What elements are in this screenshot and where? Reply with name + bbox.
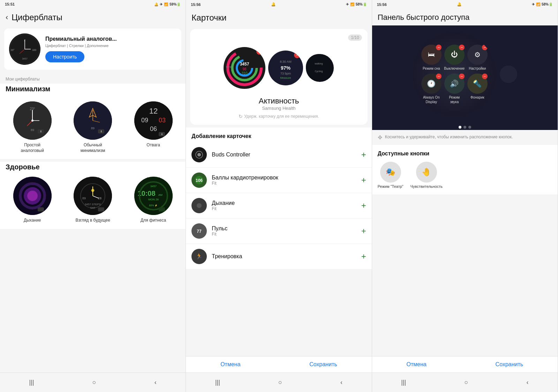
svg-text:🏃: 🏃 bbox=[196, 253, 203, 260]
avail-item-sensitivity[interactable]: 🤚 Чувствительность bbox=[410, 162, 443, 189]
watch-item-breathing[interactable]: Дыхание bbox=[4, 177, 60, 223]
status-bar-3: 15:56 🔔 ✈📶58%🔋 bbox=[372, 0, 558, 8]
featured-watch-info: Премиальный аналогов... Циферблат | Стре… bbox=[45, 36, 176, 62]
sensitivity-icon: 🤚 bbox=[416, 162, 437, 183]
svg-text:89: 89 bbox=[31, 128, 34, 132]
cancel-button-3[interactable]: Отмена bbox=[407, 361, 427, 368]
back-button[interactable]: ‹ bbox=[6, 13, 8, 22]
watch-item-future[interactable]: 89 28 ● 3457 STEPS SAT Взгляд в будущее bbox=[65, 177, 121, 223]
watch-name-breathing: Дыхание bbox=[24, 218, 41, 223]
svg-point-35 bbox=[27, 191, 38, 201]
status-icon-notification-3: 🔔 bbox=[457, 2, 462, 7]
customize-button[interactable]: Настроить bbox=[45, 51, 84, 62]
nav-home-1[interactable]: ○ bbox=[85, 376, 103, 389]
cardio-info: Баллы кардиотренировок Fit bbox=[212, 175, 361, 186]
pulse-add-button[interactable]: + bbox=[361, 226, 366, 236]
card-watch-2[interactable]: − 8:30 AM 97% 73 bpm Measure bbox=[268, 51, 303, 85]
svg-text:06: 06 bbox=[150, 125, 157, 132]
svg-rect-54 bbox=[159, 207, 165, 212]
nav-home-2[interactable]: ○ bbox=[271, 376, 289, 389]
flashlight-btn-circle: 🔦 − bbox=[467, 74, 488, 94]
list-item-buds[interactable]: Buds Controller + bbox=[186, 142, 371, 168]
nav-back-3[interactable]: ‹ bbox=[519, 376, 535, 389]
cards-row: − 3457 98 310 97% − bbox=[196, 44, 362, 92]
minimalism-title: Минимализм bbox=[0, 84, 186, 97]
nav-home-3[interactable]: ○ bbox=[457, 376, 475, 389]
svg-text:walking: walking bbox=[315, 62, 323, 65]
available-title: Доступные кнопки bbox=[378, 151, 552, 157]
sensitivity-label: Чувствительность bbox=[410, 184, 443, 189]
dot-3[interactable] bbox=[468, 126, 471, 129]
featured-name: Премиальный аналогов... bbox=[45, 36, 176, 42]
carousel-dots bbox=[372, 123, 558, 130]
cardio-sub: Fit bbox=[212, 181, 361, 186]
workout-name: Тренировка bbox=[212, 253, 361, 260]
save-button-3[interactable]: Сохранить bbox=[496, 361, 523, 368]
watch-name-future: Взгляд в будущее bbox=[75, 218, 110, 223]
watch-item-simple[interactable]: 23° 89 ⬇ Простойаналоговый bbox=[4, 101, 60, 153]
nav-menu-1[interactable]: ||| bbox=[22, 376, 41, 389]
nav-menu-3[interactable]: ||| bbox=[394, 376, 413, 389]
workout-add-button[interactable]: + bbox=[361, 252, 366, 261]
health-grid: Дыхание 89 28 ● 3457 STEPS bbox=[0, 175, 186, 229]
active-card-watch[interactable]: − 3457 98 310 97% bbox=[224, 47, 265, 89]
list-item-workout[interactable]: 🏃 Тренировка + bbox=[186, 244, 371, 269]
watch-name-fitness: Для фитнеса bbox=[141, 218, 166, 223]
cardio-add-button[interactable]: + bbox=[361, 175, 366, 185]
nav-back-1[interactable]: ‹ bbox=[148, 376, 164, 389]
sleep-remove[interactable]: − bbox=[436, 45, 442, 50]
panel2-actions: Отмена Сохранить bbox=[186, 356, 371, 372]
cards-section: 1/10 − 3457 98 310 97% bbox=[190, 29, 367, 125]
sound-remove[interactable]: − bbox=[459, 74, 465, 79]
minimalism-grid: 23° 89 ⬇ Простойаналоговый bbox=[0, 97, 186, 159]
svg-text:77: 77 bbox=[197, 229, 202, 234]
power-remove[interactable]: − bbox=[459, 45, 465, 50]
svg-point-76 bbox=[197, 203, 202, 208]
workout-icon: 🏃 bbox=[191, 249, 207, 264]
svg-text:⬇: ⬇ bbox=[39, 130, 42, 133]
qbtn-flashlight[interactable]: 🔦 − Фонарик bbox=[467, 74, 488, 104]
svg-text:310: 310 bbox=[242, 71, 248, 75]
watch-item-fitness[interactable]: 3457 10:08 AM MON 28 80% ⚡ Для фитнеса bbox=[125, 177, 181, 223]
cancel-button-2[interactable]: Отмена bbox=[220, 361, 240, 368]
theater-icon: 🎭 bbox=[380, 162, 401, 183]
nav-menu-2[interactable]: ||| bbox=[208, 376, 227, 389]
buds-info: Buds Controller bbox=[212, 152, 361, 158]
avail-item-theater[interactable]: 🎭 Режим "Театр" bbox=[378, 162, 404, 189]
card-hint: ↻ Удерж. карточку для ее перемещения. bbox=[196, 114, 362, 119]
buds-add-button[interactable]: + bbox=[361, 150, 366, 160]
watch-item-minimal[interactable]: 89 ⬇ Обычныйминимализм bbox=[65, 101, 121, 153]
flashlight-remove[interactable]: − bbox=[482, 74, 488, 79]
remove-badge-1[interactable]: − bbox=[256, 48, 263, 55]
panel3-content: 🛏 − Режим сна ⏻ − Выключение bbox=[372, 25, 558, 392]
nav-back-2[interactable]: ‹ bbox=[333, 376, 349, 389]
list-item-cardio[interactable]: 106 Баллы кардиотренировок Fit + bbox=[186, 168, 371, 193]
svg-text:73 bpm: 73 bpm bbox=[280, 72, 291, 75]
my-watchfaces-label: Мои циферблаты bbox=[0, 72, 186, 84]
workout-info: Тренировка bbox=[212, 253, 361, 260]
watch-face-future: 89 28 ● 3457 STEPS SAT bbox=[74, 177, 112, 215]
dot-2[interactable] bbox=[463, 126, 466, 129]
pulse-name: Пульс bbox=[212, 225, 361, 232]
dot-1[interactable] bbox=[459, 126, 461, 129]
panel3-actions: Отмена Сохранить bbox=[372, 356, 558, 372]
settings-remove[interactable]: − bbox=[482, 45, 488, 50]
qbtn-power[interactable]: ⏻ − Выключение bbox=[444, 45, 465, 71]
qbtn-aod[interactable]: 🕐 − Always On Display bbox=[421, 74, 442, 104]
list-item-pulse[interactable]: 77 Пульс Fit + bbox=[186, 218, 371, 244]
qbtn-settings[interactable]: ⚙ − Настройки bbox=[467, 45, 488, 71]
qbtn-sleep[interactable]: 🛏 − Режим сна bbox=[421, 45, 442, 71]
watch-mini-next[interactable] bbox=[500, 66, 517, 83]
status-icons-3: ✈📶58%🔋 bbox=[532, 2, 553, 6]
svg-rect-46 bbox=[98, 207, 104, 212]
list-item-breathing[interactable]: Дыхание Fit + bbox=[186, 193, 371, 218]
card-watch-3[interactable]: walking Cycling bbox=[306, 54, 334, 82]
svg-text:Measure: Measure bbox=[280, 76, 292, 79]
theater-label: Режим "Театр" bbox=[378, 184, 404, 189]
svg-text:106: 106 bbox=[196, 178, 203, 183]
save-button-2[interactable]: Сохранить bbox=[309, 361, 337, 368]
aod-remove[interactable]: − bbox=[436, 74, 442, 79]
watch-item-brave[interactable]: 12 09 03 06 ⬇ Отвага bbox=[125, 101, 181, 153]
breathing-add-button[interactable]: + bbox=[361, 201, 366, 210]
qbtn-sound[interactable]: 🔊 − Режим звука bbox=[444, 74, 465, 104]
